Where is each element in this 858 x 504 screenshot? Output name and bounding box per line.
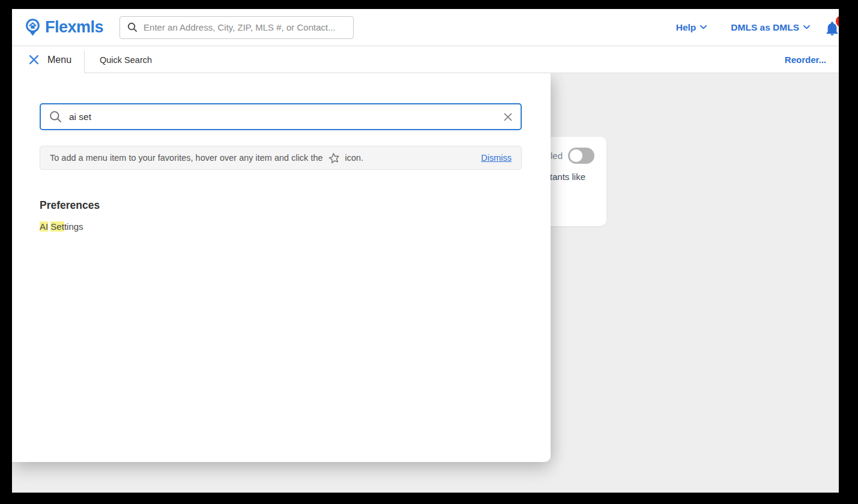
menubar-border xyxy=(84,73,839,73)
help-menu[interactable]: Help xyxy=(676,22,707,33)
menu-panel: To add a menu item to your favorites, ho… xyxy=(12,73,551,462)
menu-item-ai-settings[interactable]: AI Settings xyxy=(40,221,83,232)
notifications-button[interactable]: 2 xyxy=(823,16,839,40)
favorites-tip-banner: To add a menu item to your favorites, ho… xyxy=(40,146,522,170)
flexmls-pin-icon xyxy=(23,18,42,37)
menu-label: Menu xyxy=(47,55,71,65)
close-icon xyxy=(29,55,39,65)
section-title-preferences: Preferences xyxy=(40,199,100,212)
highlighted-match: AI xyxy=(40,221,48,232)
help-label: Help xyxy=(676,22,696,33)
star-icon xyxy=(327,151,341,165)
account-label: DMLS as DMLS xyxy=(731,22,799,33)
tab-label: Quick Search xyxy=(100,55,152,65)
account-menu[interactable]: DMLS as DMLS xyxy=(731,22,810,33)
feature-toggle[interactable] xyxy=(568,148,594,164)
card-toggle-row: bled xyxy=(546,148,594,164)
menu-search-input[interactable] xyxy=(69,112,504,122)
header-actions: Help DMLS as DMLS 2 xyxy=(676,16,839,40)
tab-quick-search[interactable]: Quick Search xyxy=(100,46,152,73)
dismiss-link[interactable]: Dismiss xyxy=(481,153,512,163)
brand-wordmark: Flexmls xyxy=(45,18,103,37)
tip-text-before: To add a menu item to your favorites, ho… xyxy=(50,153,323,163)
top-bar: Flexmls Help DMLS as DMLS xyxy=(12,9,839,46)
menu-bar: Menu Quick Search Reorder... xyxy=(12,46,839,73)
highlighted-match: Set xyxy=(50,221,64,232)
tip-text-after: icon. xyxy=(345,153,364,163)
reorder-link[interactable]: Reorder... xyxy=(785,46,826,73)
global-search-box xyxy=(119,16,354,39)
search-icon xyxy=(49,110,62,123)
reorder-label: Reorder... xyxy=(785,55,826,65)
global-search-input[interactable] xyxy=(144,22,346,32)
card-body-text-fragment: stants like xyxy=(545,172,585,182)
close-menu-button[interactable]: Menu xyxy=(12,46,71,73)
flexmls-logo[interactable]: Flexmls xyxy=(12,18,103,37)
app-window: Flexmls Help DMLS as DMLS xyxy=(12,9,839,493)
clear-search-button[interactable] xyxy=(504,113,512,121)
chevron-down-icon xyxy=(700,25,707,29)
menubar-divider xyxy=(84,50,85,73)
toggle-knob xyxy=(570,149,582,162)
menu-search-box xyxy=(40,103,522,130)
search-icon xyxy=(127,22,137,32)
plain-text: tings xyxy=(64,221,83,232)
chevron-down-icon xyxy=(803,25,810,29)
